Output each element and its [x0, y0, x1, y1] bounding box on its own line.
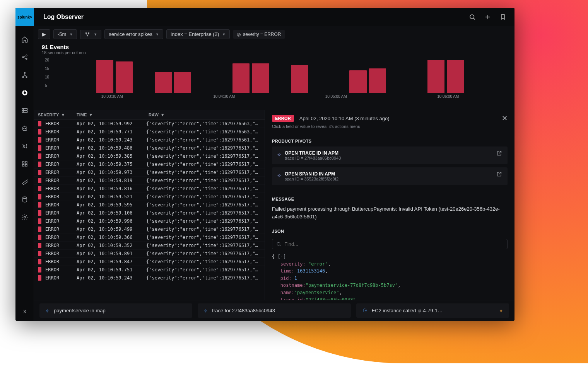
detail-header: ERROR April 02, 2020 10:10 AM (3 minutes…: [272, 110, 508, 124]
json-find-input[interactable]: [284, 241, 503, 247]
events-subtitle: 18 seconds per column: [42, 50, 507, 55]
left-rail: [15, 26, 34, 321]
filter-chip-severity[interactable]: ◎severity = ERROR: [233, 30, 285, 39]
y-tick: 20: [45, 58, 49, 62]
table-row[interactable]: ERRORApr 02, 10:10:59.521{"severity":"er…: [34, 193, 265, 201]
table-row[interactable]: ERRORApr 02, 10:10:59.992{"severity":"er…: [34, 120, 265, 128]
table-row[interactable]: ERRORApr 02, 10:10:59.816{"severity":"er…: [34, 185, 265, 193]
play-resume-button[interactable]: ▶: [38, 29, 50, 39]
share-icon: ⟡: [204, 308, 207, 314]
svg-point-20: [23, 128, 24, 129]
svg-point-5: [26, 55, 27, 56]
table-row[interactable]: ERRORApr 02, 10:10:59.375{"severity":"er…: [34, 160, 265, 169]
severity-badge: ERROR: [272, 115, 294, 122]
table-row[interactable]: ERRORApr 02, 10:10:59.385{"severity":"er…: [34, 152, 265, 160]
json-body[interactable]: { [-] severity: "error", time: 163115314…: [272, 253, 508, 300]
table-row[interactable]: ERRORApr 02, 10:10:59.751{"severity":"er…: [34, 266, 265, 274]
pivot-sub: trace ID = 27f483aa85bc0943: [285, 156, 341, 160]
pivot-title: OPEN SPAN ID IN APM: [285, 171, 338, 177]
add-icon[interactable]: [484, 14, 491, 20]
svg-rect-26: [25, 162, 27, 164]
bar[interactable]: [447, 60, 464, 93]
table-row[interactable]: ERRORApr 02, 10:10:59.996{"severity":"er…: [34, 217, 265, 225]
grid-icon[interactable]: [21, 160, 29, 168]
bot-icon[interactable]: [21, 124, 29, 132]
svg-point-18: [23, 111, 24, 112]
table-row[interactable]: ERRORApr 02, 10:10:59.243{"severity":"er…: [34, 136, 265, 144]
svg-point-21: [25, 128, 26, 129]
bar[interactable]: [96, 60, 113, 93]
tree-icon[interactable]: [21, 71, 29, 79]
home-icon[interactable]: [21, 36, 29, 43]
alert-icon[interactable]: [21, 142, 29, 150]
bars: [57, 58, 503, 93]
share-icon[interactable]: [21, 53, 29, 61]
settings-icon[interactable]: [21, 213, 29, 221]
controls-row: ▶ -5m▼ ▼ service error spikes▼ Index = E…: [34, 26, 514, 42]
bar[interactable]: [116, 61, 133, 93]
top-bar: splunk> Log Observer: [15, 8, 514, 26]
bottom-chips: ⟡paymentservice in map ⟡trace for 27f483…: [34, 300, 514, 321]
table-row[interactable]: ERRORApr 02, 10:10:59.847{"severity":"er…: [34, 258, 265, 266]
bar[interactable]: [291, 65, 308, 93]
pivot-span[interactable]: ⟡ OPEN SPAN ID IN APM span ID = 35523a2f…: [272, 167, 508, 185]
external-link-icon: [496, 171, 502, 177]
pivots-title: PRODUCT PIVOTS: [272, 139, 508, 143]
svg-rect-14: [24, 90, 25, 92]
col-severity[interactable]: SEVERITY▼: [38, 112, 77, 117]
table-row[interactable]: ERRORApr 02, 10:10:59.243{"severity":"er…: [34, 274, 265, 282]
index-select[interactable]: Index = Enterprise (2)▼: [166, 29, 230, 39]
table-row[interactable]: ERRORApr 02, 10:10:59.771{"severity":"er…: [34, 128, 265, 136]
col-time[interactable]: TIME▼: [77, 112, 146, 117]
table-row[interactable]: ERRORApr 02, 10:10:59.486{"severity":"er…: [34, 144, 265, 152]
col-raw[interactable]: _RAW▼: [146, 112, 261, 117]
bar[interactable]: [369, 68, 386, 93]
svg-rect-27: [22, 165, 24, 167]
chip-trace[interactable]: ⟡trace for 27f483aa85bc0943: [198, 303, 350, 318]
table-row[interactable]: ERRORApr 02, 10:10:59.499{"severity":"er…: [34, 225, 265, 233]
table-row[interactable]: ERRORApr 02, 10:10:59.819{"severity":"er…: [34, 177, 265, 185]
svg-point-0: [470, 15, 474, 19]
x-axis: 10:03:30 AM 10:04:30 AM 10:05:00 AM 10:0…: [57, 94, 503, 99]
bar[interactable]: [427, 60, 444, 93]
table-row[interactable]: ERRORApr 02, 10:10:59.891{"severity":"er…: [34, 250, 265, 258]
svg-point-13: [24, 92, 26, 94]
expand-rail-icon[interactable]: [21, 308, 29, 315]
bar[interactable]: [232, 63, 250, 93]
bar[interactable]: [252, 63, 269, 93]
table-row[interactable]: ERRORApr 02, 10:10:59.973{"severity":"er…: [34, 169, 265, 177]
query-view-select[interactable]: service error spikes▼: [104, 29, 163, 39]
y-tick: 10: [45, 75, 49, 79]
bookmark-icon[interactable]: [500, 14, 506, 20]
events-summary: 91 Events 18 seconds per column: [34, 42, 514, 56]
ruler-icon[interactable]: [21, 178, 29, 186]
bar[interactable]: [155, 72, 172, 93]
bar[interactable]: [174, 72, 191, 93]
search-icon[interactable]: [469, 14, 476, 20]
time-range-picker[interactable]: -5m▼: [53, 29, 77, 39]
db-icon[interactable]: [21, 196, 29, 203]
app-window: splunk> Log Observer: [15, 8, 514, 321]
chip-label: trace for 27f483aa85bc0943: [212, 308, 275, 313]
x-tick: 10:05:00 AM: [281, 94, 391, 99]
message-title: MESSAGE: [272, 197, 508, 201]
table-row[interactable]: ERRORApr 02, 10:10:59.595{"severity":"er…: [34, 201, 265, 209]
server-icon[interactable]: [21, 107, 29, 114]
table-row[interactable]: ERRORApr 02, 10:10:59.366{"severity":"er…: [34, 233, 265, 242]
x-tick: 10:04:30 AM: [169, 94, 279, 99]
table-row[interactable]: ERRORApr 02, 10:10:59.106{"severity":"er…: [34, 209, 265, 217]
svg-line-7: [24, 56, 26, 57]
bar[interactable]: [349, 70, 366, 93]
chip-ec2[interactable]: ⚇EC2 instance called ip-4-79-1…⟡: [356, 303, 509, 318]
connections-button[interactable]: ▼: [80, 30, 101, 39]
svg-point-10: [22, 77, 24, 78]
chip-map[interactable]: ⟡paymentservice in map: [39, 303, 192, 318]
json-find[interactable]: [272, 239, 508, 249]
message-body: Failed payment processing through Butter…: [272, 204, 508, 220]
close-icon[interactable]: ✕: [502, 114, 508, 123]
logs-icon[interactable]: [21, 89, 29, 97]
brand-logo[interactable]: splunk>: [15, 8, 34, 26]
svg-point-4: [22, 57, 24, 58]
pivot-trace[interactable]: ⟡ OPEN TRACE ID IN APM trace ID = 27f483…: [272, 146, 508, 164]
table-row[interactable]: ERRORApr 02, 10:10:59.352{"severity":"er…: [34, 242, 265, 250]
